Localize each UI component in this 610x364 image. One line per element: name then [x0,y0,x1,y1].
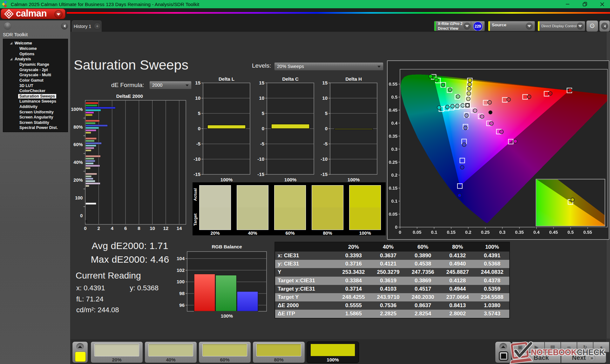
svg-text:-10: -10 [257,156,264,162]
sweep-swatch-button-80%[interactable]: 80% [253,341,305,363]
tree-group-welcome[interactable]: Welcome [3,41,68,46]
refresh-button[interactable]: ↻ [577,342,593,352]
levels-select[interactable]: 20% Sweeps [274,62,383,71]
max-de2000: Max dE2000: 4.46 [78,253,182,266]
stop-button[interactable] [495,341,512,363]
de-formula-label: dE Formula: [111,82,144,89]
tree-item-welcome[interactable]: Welcome [3,46,68,51]
cell-value: 0.3890 [406,252,440,260]
table-row-5: Target Y248.4255243.9710240.2030237.0664… [275,293,510,301]
cell-value: 0.3869 [406,277,440,285]
tree-group-analysis[interactable]: Analysis [3,57,68,62]
back-icon: « [524,354,531,361]
settings-button[interactable]: ⚙ [586,20,598,32]
svg-text:-10: -10 [321,156,328,162]
close-button[interactable] [595,0,609,8]
back-button[interactable]: « Back [512,353,561,363]
tree-item-colorchecker[interactable]: ColorChecker [3,88,68,94]
sidebar: SDR Toolkit WelcomeWelcomeOptionsAnalysi… [0,20,71,364]
gear-icon: ⚙ [589,22,595,30]
table-row-2: Y253.3432250.3279247.7356245.8827244.083… [275,268,510,276]
add-tab-button[interactable]: + [93,20,102,32]
chevron-down-icon [57,13,60,16]
sweep-swatch-button-20%[interactable]: 20% [91,341,143,363]
tab-history-1[interactable]: History 1 [72,20,93,32]
tree-item-grayscale-multi[interactable]: Grayscale - Multi [3,72,68,78]
back-label: Back [534,354,549,361]
de-formula-select[interactable]: 2000 [149,81,192,89]
tree-item-color-gamut[interactable]: Color Gamut [3,78,68,83]
svg-text:10: 10 [195,95,200,101]
row-label: x: CIE31 [275,252,336,260]
tree-item-spectral-power-dist-[interactable]: Spectral Power Dist. [3,125,68,131]
tree-expander-icon [10,58,12,60]
cell-value: 1.5865 [336,310,371,318]
cell-value: 0.4940 [440,260,475,268]
swatch-compare-40% [237,185,268,230]
table-col-header-80%: 80% [440,242,475,252]
svg-text:20%: 20% [73,178,83,183]
cell-value: 248.4255 [336,293,371,301]
tree-item-options[interactable]: Options [3,51,68,57]
tree-item-dynamic-range[interactable]: Dynamic Range [3,62,68,67]
row-label: ΔE ITP [275,310,336,318]
tree-item-screen-stability[interactable]: Screen Stability [3,120,68,125]
table-col-header-100%: 100% [475,242,510,252]
logo-dropdown-button[interactable] [54,10,63,18]
meter-count-badge[interactable]: 229 [473,22,483,31]
cell-value: 243.9710 [371,293,405,301]
meter-dropdown[interactable]: X-Rite i1Pro 2Direct View 229 [434,21,485,31]
svg-text:80%: 80% [73,125,83,130]
sweep-swatch-button-40%[interactable]: 40% [145,341,197,363]
tree-item-screen-angularity[interactable]: Screen Angularity [3,115,68,120]
sidebar-collapse-button[interactable] [61,23,68,30]
measure-yellow-button[interactable] [72,341,88,363]
app-icon [2,1,9,8]
cell-value: 245.8827 [440,268,475,276]
svg-text:40%: 40% [73,160,83,165]
camera-button[interactable]: ▣ [512,342,528,352]
plus-icon: + [94,23,101,30]
svg-text:DeltaE 2000: DeltaE 2000 [116,94,143,99]
sidebar-orb-icon[interactable] [4,23,11,29]
collapse-panel-button[interactable] [599,20,610,32]
table-row-3: Target x:CIE310.33840.36190.38690.41280.… [275,277,510,285]
row-label: Target y:CIE31 [275,285,336,293]
cell-value: 244.0832 [475,268,510,276]
save-button[interactable]: ▤ [545,342,561,352]
svg-text:0: 0 [80,213,83,218]
cie-1976-panel: CIE 1976 u'v' [387,60,609,240]
target-swatch [274,207,306,230]
svg-text:15: 15 [259,80,264,85]
minimize-button[interactable] [560,0,575,8]
cell-value: 0.4391 [475,252,510,260]
tree-item-luminance-sweeps[interactable]: Luminance Sweeps [3,99,68,104]
svg-text:6: 6 [124,226,127,231]
minimize-icon [566,2,570,6]
tree-item-screen-uniformity[interactable]: Screen Uniformity [3,110,68,115]
calman-logo-button[interactable]: calman [1,9,65,19]
record-button[interactable]: ● [593,342,609,352]
table-col-header-40%: 40% [371,242,405,252]
loop-button[interactable]: ∞ [561,342,577,352]
sweep-swatch-button-100%[interactable]: 100% [307,341,359,363]
tree-item-3d-lut[interactable]: 3D LUT [3,83,68,89]
maximize-button[interactable] [578,0,592,8]
target-row-label: Target [193,210,198,229]
table-header-row: 20%40%60%80%100% [275,242,510,252]
display-control-dropdown[interactable]: Direct Display Control [538,21,585,31]
swatch-level-label: 20% [199,231,231,236]
play-button[interactable]: ▶ [528,342,545,352]
svg-text:5: 5 [198,111,200,116]
reading-fl: fL: 71.24 [76,295,251,303]
cell-value: 0.3384 [336,277,371,285]
sweep-swatch-color [310,344,355,356]
next-button[interactable]: Next » [561,353,606,363]
sidebar-title: SDR Toolkit [3,32,28,37]
tree-item-saturation-sweeps[interactable]: Saturation Sweeps [3,94,68,99]
sweep-swatch-button-60%[interactable]: 60% [199,341,251,363]
tree-item-additivity[interactable]: Additivity [3,104,68,110]
row-label: ΔE 2000 [275,301,336,310]
source-dropdown[interactable]: Source [488,21,535,31]
tree-item-grayscale-2pt[interactable]: Grayscale - 2pt [3,67,68,73]
